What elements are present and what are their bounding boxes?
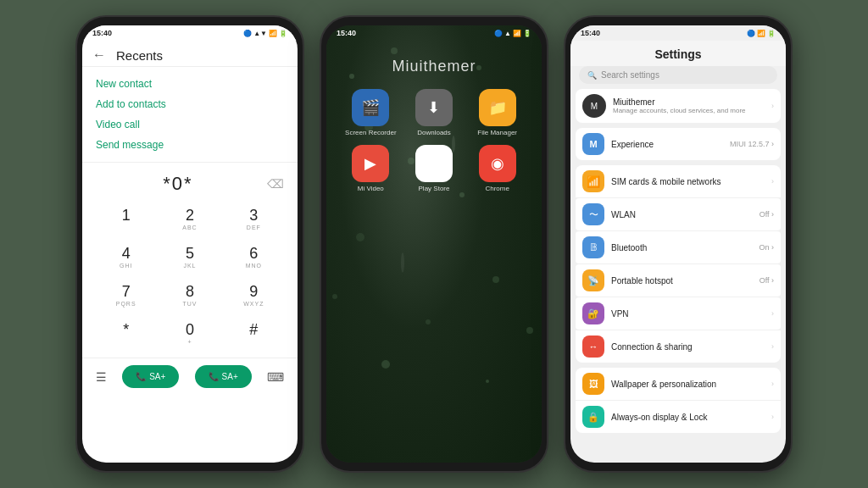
video-call-link[interactable]: Video call bbox=[96, 114, 284, 135]
app-mi-video[interactable]: ▶ Mi Video bbox=[343, 145, 398, 192]
connection-chevron: › bbox=[771, 342, 774, 351]
new-contact-link[interactable]: New contact bbox=[96, 74, 284, 94]
delete-button[interactable]: ⌫ bbox=[267, 177, 284, 191]
status-bar-home: 15:40 🔵 ▲ 📶 🔋 bbox=[326, 25, 542, 41]
aod-chevron: › bbox=[771, 413, 774, 421]
wlan-info: WLAN bbox=[611, 210, 753, 219]
phone-icon-1: 📞 bbox=[136, 372, 146, 381]
key-4[interactable]: 4GHI bbox=[96, 240, 156, 274]
vpn-info: VPN bbox=[611, 309, 765, 319]
time-home: 15:40 bbox=[337, 29, 356, 37]
settings-item-vpn[interactable]: 🔐 VPN › bbox=[576, 297, 781, 330]
key-0[interactable]: 0+ bbox=[159, 316, 220, 351]
dial-input-row: *0* ⌫ bbox=[82, 163, 298, 198]
hotspot-right: Off › bbox=[760, 276, 774, 285]
wallpaper-chevron: › bbox=[771, 380, 774, 388]
hotspot-icon: 📡 bbox=[582, 269, 604, 291]
aod-icon: 🔒 bbox=[582, 406, 604, 428]
settings-page-title: Settings bbox=[570, 41, 786, 66]
send-message-link[interactable]: Send message bbox=[96, 135, 284, 155]
keypad-toggle-icon[interactable]: ⌨ bbox=[267, 370, 284, 384]
key-3[interactable]: 3DEF bbox=[224, 202, 284, 236]
add-to-contacts-link[interactable]: Add to contacts bbox=[96, 94, 284, 114]
settings-item-wlan[interactable]: 〜 WLAN Off › bbox=[576, 198, 781, 230]
bluetooth-info: Bluetooth bbox=[611, 243, 752, 252]
play-store-icon: ▶ bbox=[415, 145, 453, 182]
vpn-icon: 🔐 bbox=[582, 302, 604, 324]
settings-status-icons: 🔵 📶 🔋 bbox=[747, 30, 776, 37]
key-1[interactable]: 1 bbox=[96, 202, 156, 236]
aod-info: Always-on display & Lock bbox=[611, 413, 765, 422]
settings-item-miuithemer[interactable]: M Miuithemer Manage accounts, cloud serv… bbox=[576, 89, 781, 123]
dialer-links: New contact Add to contacts Video call S… bbox=[82, 67, 298, 163]
app-play-store[interactable]: ▶ Play Store bbox=[407, 145, 462, 192]
settings-item-bluetooth[interactable]: 𝔹 Bluetooth On › bbox=[576, 231, 781, 263]
key-5[interactable]: 5JKL bbox=[159, 240, 220, 274]
connection-icon: ↔ bbox=[582, 336, 604, 358]
status-bar-dialer: 15:40 🔵 ▲▼ 📶 🔋 bbox=[82, 25, 298, 41]
menu-icon[interactable]: ☰ bbox=[96, 370, 107, 384]
dial-display: *0* bbox=[96, 173, 260, 195]
home-greeting: Miuithemer bbox=[326, 41, 542, 89]
vpn-chevron: › bbox=[771, 309, 774, 318]
sim-icon: 📶 bbox=[582, 170, 604, 192]
home-content: 15:40 🔵 ▲ 📶 🔋 Miuithemer 🎬 Screen Record… bbox=[326, 25, 542, 463]
settings-list: M Miuithemer Manage accounts, cloud serv… bbox=[570, 89, 786, 463]
app-chrome[interactable]: ◉ Chrome bbox=[470, 145, 525, 192]
bluetooth-right: On › bbox=[759, 243, 774, 252]
app-grid-row2: ▶ Mi Video ▶ Play Store ◉ Chrome bbox=[326, 145, 542, 192]
settings-item-experience[interactable]: M Experience MIUI 12.5.7 › bbox=[576, 128, 781, 160]
experience-right: MIUI 12.5.7 › bbox=[730, 140, 774, 148]
phone-icon-2: 📞 bbox=[209, 372, 219, 381]
settings-search-bar[interactable]: 🔍 Search settings bbox=[579, 66, 777, 84]
experience-info: Experience bbox=[611, 140, 723, 149]
connection-info: Connection & sharing bbox=[611, 342, 765, 352]
app-file-manager[interactable]: 📁 File Manager bbox=[470, 89, 525, 136]
time-settings: 15:40 bbox=[581, 29, 600, 37]
miuithemer-avatar: M bbox=[582, 94, 606, 118]
wallpaper-icon: 🖼 bbox=[582, 373, 604, 395]
wallpaper-info: Wallpaper & personalization bbox=[611, 380, 765, 389]
key-7[interactable]: 7PQRS bbox=[96, 278, 156, 313]
screen-recorder-icon: 🎬 bbox=[352, 89, 389, 126]
key-2[interactable]: 2ABC bbox=[159, 202, 220, 236]
experience-icon: M bbox=[582, 133, 604, 155]
phone-homescreen: 15:40 🔵 ▲ 📶 🔋 Miuithemer 🎬 Screen Record… bbox=[320, 15, 548, 473]
phone-dialer: 15:40 🔵 ▲▼ 📶 🔋 ← Recents New contact Add… bbox=[75, 15, 304, 473]
key-star[interactable]: * bbox=[96, 316, 156, 351]
wlan-right: Off › bbox=[760, 210, 774, 219]
chrome-icon: ◉ bbox=[479, 145, 516, 182]
app-grid-row1: 🎬 Screen Recorder ⬇ Downloads 📁 File Man… bbox=[326, 89, 542, 136]
settings-item-sim[interactable]: 📶 SIM cards & mobile networks › bbox=[576, 165, 781, 197]
settings-item-aod[interactable]: 🔒 Always-on display & Lock › bbox=[576, 401, 781, 433]
key-9[interactable]: 9WXYZ bbox=[224, 278, 284, 313]
settings-item-connection[interactable]: ↔ Connection & sharing › bbox=[576, 330, 781, 363]
time-dialer: 15:40 bbox=[92, 29, 112, 37]
search-placeholder: Search settings bbox=[601, 70, 659, 80]
call-button-2[interactable]: 📞 SA+ bbox=[195, 365, 252, 388]
sim-info: SIM cards & mobile networks bbox=[611, 177, 765, 186]
wlan-icon: 〜 bbox=[582, 203, 604, 225]
app-downloads[interactable]: ⬇ Downloads bbox=[407, 89, 462, 136]
hotspot-info: Portable hotspot bbox=[611, 276, 753, 286]
call-button-1[interactable]: 📞 SA+ bbox=[122, 365, 179, 388]
dialer-header: ← Recents bbox=[82, 41, 298, 67]
key-6[interactable]: 6MNO bbox=[224, 240, 284, 274]
app-screen-recorder[interactable]: 🎬 Screen Recorder bbox=[343, 89, 398, 136]
mi-video-icon: ▶ bbox=[352, 145, 389, 182]
miuithemer-info: Miuithemer Manage accounts, cloud servic… bbox=[613, 97, 765, 114]
back-button[interactable]: ← bbox=[92, 47, 106, 63]
miuithemer-chevron: › bbox=[771, 102, 774, 110]
file-manager-icon: 📁 bbox=[479, 89, 516, 126]
downloads-icon: ⬇ bbox=[415, 89, 453, 126]
bluetooth-icon: 𝔹 bbox=[582, 236, 604, 258]
key-hash[interactable]: # bbox=[224, 316, 284, 351]
keypad: 1 2ABC 3DEF 4GHI 5JKL 6MNO 7PQRS 8TUV 9W… bbox=[82, 198, 298, 358]
phone-settings: 15:40 🔵 📶 🔋 Settings 🔍 Search settings M… bbox=[564, 15, 793, 473]
sim-chevron: › bbox=[771, 177, 774, 186]
settings-item-wallpaper[interactable]: 🖼 Wallpaper & personalization › bbox=[576, 368, 781, 400]
status-bar-settings: 15:40 🔵 📶 🔋 bbox=[570, 25, 786, 41]
key-8[interactable]: 8TUV bbox=[159, 278, 220, 313]
settings-item-hotspot[interactable]: 📡 Portable hotspot Off › bbox=[576, 264, 781, 297]
home-status-icons: 🔵 ▲ 📶 🔋 bbox=[494, 30, 531, 37]
